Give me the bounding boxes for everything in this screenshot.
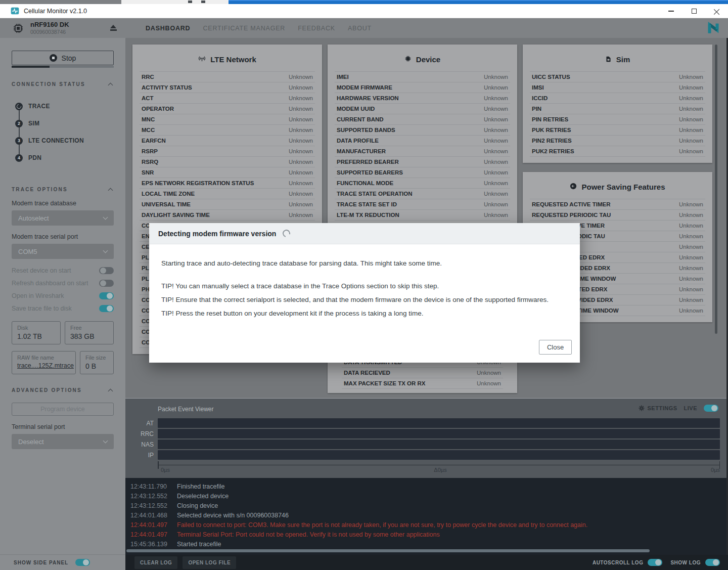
modem-trace-database-value: Autoselect [18,214,49,222]
log-timestamp: 12:43:12.552 [130,501,177,511]
card-title: LTE Network [210,55,256,64]
table-row: MCCUnknown [140,125,315,136]
autoscroll-log-toggle[interactable] [648,559,662,566]
row-label: PIN [532,106,541,112]
toggle-reset-device-on-start[interactable] [99,267,114,274]
live-toggle[interactable] [704,405,718,412]
toggle-refresh-dashboard-on-start[interactable] [99,280,114,287]
timeline-start: 0µs [161,467,170,473]
row-label: REQUESTED ACTIVE TIMER [532,201,610,207]
stop-button[interactable]: Stop [12,51,114,65]
toggle-knob [107,293,113,299]
settings-button[interactable]: SETTINGS [639,405,677,411]
nordic-logo [706,21,721,38]
terminal-serial-port-value: Deselect [18,438,44,446]
eject-device-button[interactable] [110,24,117,32]
log-message: Closing device [177,501,218,511]
trace-options-title: TRACE OPTIONS [12,187,68,192]
row-value: Unknown [289,116,313,122]
row-label: MANUFACTURER [337,148,386,154]
row-label: SUPPORTED BEARERS [337,169,403,176]
minimize-button[interactable] [660,4,682,18]
stop-button-label: Stop [62,54,76,62]
device-selector[interactable]: nRF9160 DK 000960038746 [13,21,99,35]
table-row: RSRPUnknown [140,146,315,157]
window-controls [660,4,728,18]
table-row: LTE-M TX REDUCTIONUnknown [335,210,510,221]
tab-feedback[interactable]: FEEDBACK [298,25,335,32]
row-label: LOCAL TIME ZONE [142,191,195,197]
toggle-open-in-wireshark[interactable] [99,292,114,299]
row-value: Unknown [679,106,703,112]
log-horizontal-scrollbar[interactable] [126,549,650,552]
row-label: LTE-M TX REDUCTION [337,212,399,218]
row-value: Unknown [679,276,703,282]
log-line: 12:43:12.552Closing device [125,501,726,511]
row-value: Unknown [484,138,508,144]
row-value: Unknown [679,244,703,250]
maximize-button[interactable] [682,4,705,18]
modal-close-button[interactable]: Close [539,340,572,355]
tab-dashboard[interactable]: DASHBOARD [146,25,190,32]
advanced-options-header[interactable]: ADVANCED OPTIONS [12,387,114,393]
bottom-bar: CLEAR LOG OPEN LOG FILE AUTOSCROLL LOG S… [125,555,728,570]
log-line: 12:44:01.468Selected device with s/n 000… [125,511,726,520]
log-message: Started tracefile [177,540,221,549]
row-label: SUPPORTED BANDS [337,127,395,133]
close-button[interactable] [705,4,728,18]
modal-title: Detecting modem firmware version [158,230,276,238]
show-side-panel-toggle[interactable] [75,559,90,566]
row-label: OPERATOR [142,106,174,112]
file-size-label: File size [85,355,108,361]
row-label: FUNCTIONAL MODE [337,180,393,186]
table-row: PINUnknown [530,104,705,114]
close-icon [714,8,720,14]
dashboard-scrollbar[interactable] [715,45,717,334]
table-row: SUPPORTED BEARERSUnknown [335,167,510,178]
antenna-icon [198,55,206,64]
log-timestamp: 12:44:01.468 [130,511,177,520]
modem-trace-database-select[interactable]: Autoselect [12,210,114,226]
eject-icon-bar [110,29,117,31]
modem-trace-serial-port-select[interactable]: COM5 [12,244,114,259]
table-row: MODEM UUIDUnknown [335,104,510,114]
spinner-icon [15,103,23,110]
show-log-toggle[interactable] [705,559,720,566]
chevron-down-icon [103,248,108,253]
sim-icon [605,55,612,64]
connection-step-pdn: 4PDN [15,149,114,166]
row-value: Unknown [289,159,313,165]
card-rows: IMEIUnknownMODEM FIRMWAREUnknownHARDWARE… [335,71,510,221]
table-row: RSRQUnknown [140,157,315,167]
open-log-file-button[interactable]: OPEN LOG FILE [183,556,236,569]
row-label: MODEM UUID [337,106,375,112]
packet-event-viewer: Packet Event Viewer SETTINGS LIVE ATRRCN… [125,398,726,478]
trace-options-header[interactable]: TRACE OPTIONS [12,187,114,192]
log-message: Selected device with s/n 000960038746 [177,511,289,520]
modal-detecting-firmware: Detecting modem firmware version Startin… [149,223,580,363]
table-row: REQUESTED ACTIVE TIMERUnknown [530,199,705,210]
program-device-button[interactable]: Program device [12,403,114,416]
raw-file-link[interactable]: trace....125Z.mtrace [17,362,70,369]
timeline-end: 0µs [711,467,720,473]
modal-body: Starting trace and auto-detecting trace … [149,244,580,320]
row-value: Unknown [477,370,501,376]
log-line: 12:44:01.497Terminal Serial Port: Port c… [125,530,726,540]
row-label: UNIVERSAL TIME [142,201,191,207]
table-row: REQUESTED PERIODIC TAUUnknown [530,210,705,221]
show-side-panel-label: SHOW SIDE PANEL [14,560,68,565]
table-row: PUK RETRIESUnknown [530,125,705,136]
row-value: Unknown [484,127,508,133]
row-label: HARDWARE VERSION [337,95,399,101]
toggle-save-trace-file-to-disk[interactable] [99,305,114,312]
tab-about[interactable]: ABOUT [348,25,372,32]
connection-status-header[interactable]: CONNECTION STATUS [12,81,114,87]
table-row: EPS NETWORK REGISTRATION STATUSUnknown [140,178,315,189]
disk-box: Disk 1.02 TB [12,321,61,344]
file-size-box: File size 0 B [80,351,114,374]
tab-certificate-manager[interactable]: CERTIFICATE MANAGER [203,25,285,32]
side-panel-bar: SHOW SIDE PANEL [0,554,125,570]
clear-log-button[interactable]: CLEAR LOG [134,556,177,569]
background-glyph [201,1,205,3]
terminal-serial-port-select[interactable]: Deselect [12,434,114,449]
